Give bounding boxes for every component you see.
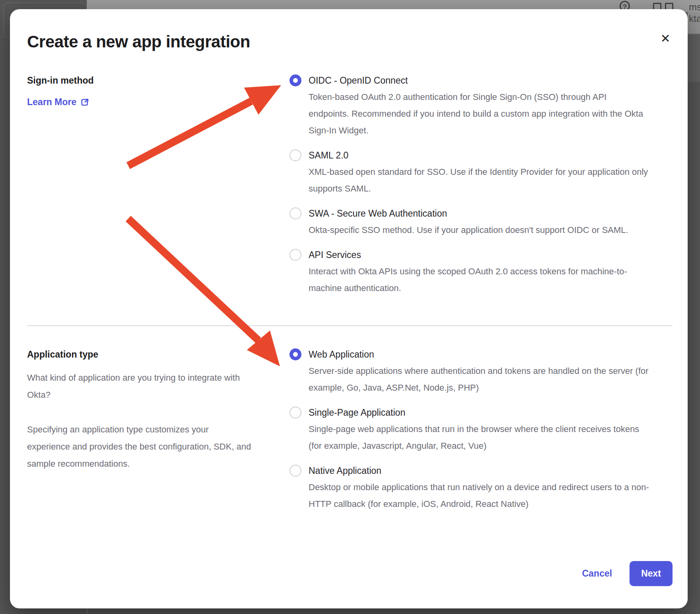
next-button[interactable]: Next <box>630 561 673 586</box>
app-type-option-spa[interactable]: Single-Page Application Single-page web … <box>289 404 673 454</box>
radio-api-services[interactable] <box>289 249 301 261</box>
option-label: Web Application <box>309 346 649 363</box>
radio-oidc[interactable] <box>289 74 301 86</box>
learn-more-label: Learn More <box>27 97 76 108</box>
section-divider <box>27 325 673 326</box>
option-description: Single-page web applications that run in… <box>309 421 649 454</box>
radio-single-page-application[interactable] <box>289 407 301 418</box>
sign-in-option-api-services[interactable]: API Services Interact with Okta APIs usi… <box>289 246 673 297</box>
sign-in-option-oidc[interactable]: OIDC - OpenID Connect Token-based OAuth … <box>289 72 673 139</box>
sign-in-option-saml[interactable]: SAML 2.0 XML-based open standard for SSO… <box>289 147 673 197</box>
application-type-question: What kind of application are you trying … <box>27 369 252 403</box>
option-description: XML-based open standard for SSO. Use if … <box>309 164 649 197</box>
background-user-text: msh <box>689 1 700 13</box>
close-icon[interactable]: ✕ <box>657 30 674 47</box>
option-description: Okta-specific SSO method. Use if your ap… <box>309 222 628 239</box>
sign-in-method-section: Sign-in method Learn More OIDC - OpenID … <box>27 72 673 297</box>
option-description: Token-based OAuth 2.0 authentication for… <box>309 89 649 139</box>
dialog-title: Create a new app integration <box>27 32 673 51</box>
background-header-shade <box>688 34 700 82</box>
cancel-button[interactable]: Cancel <box>582 568 612 579</box>
option-label: API Services <box>309 246 649 263</box>
option-description: Interact with Okta APIs using the scoped… <box>309 263 649 297</box>
sign-in-method-label: Sign-in method <box>27 72 266 89</box>
dialog-footer: Cancel Next <box>582 561 673 586</box>
app-type-option-native[interactable]: Native Application Desktop or mobile app… <box>289 462 673 512</box>
option-label: Native Application <box>309 462 649 479</box>
application-type-section: Application type What kind of applicatio… <box>27 346 673 512</box>
external-link-icon <box>80 98 89 107</box>
sign-in-option-swa[interactable]: SWA - Secure Web Authentication Okta-spe… <box>289 205 673 239</box>
radio-web-application[interactable] <box>289 348 301 360</box>
option-label: Single-Page Application <box>309 404 649 421</box>
application-type-help-text: Specifying an application type customize… <box>27 421 252 472</box>
learn-more-link[interactable]: Learn More <box>27 97 89 108</box>
radio-saml[interactable] <box>289 149 301 161</box>
application-type-label: Application type <box>27 346 266 363</box>
option-label: SAML 2.0 <box>309 147 649 164</box>
option-label: SWA - Secure Web Authentication <box>309 205 628 222</box>
option-description: Desktop or mobile applications that run … <box>309 479 649 512</box>
radio-swa[interactable] <box>289 207 301 219</box>
create-app-integration-dialog: ✕ Create a new app integration Sign-in m… <box>10 9 688 608</box>
option-label: OIDC - OpenID Connect <box>309 72 649 89</box>
radio-native-application[interactable] <box>289 465 301 477</box>
app-type-option-web[interactable]: Web Application Server-side applications… <box>289 346 673 396</box>
option-description: Server-side applications where authentic… <box>309 363 649 396</box>
background-user-text-2: kta <box>689 13 700 25</box>
